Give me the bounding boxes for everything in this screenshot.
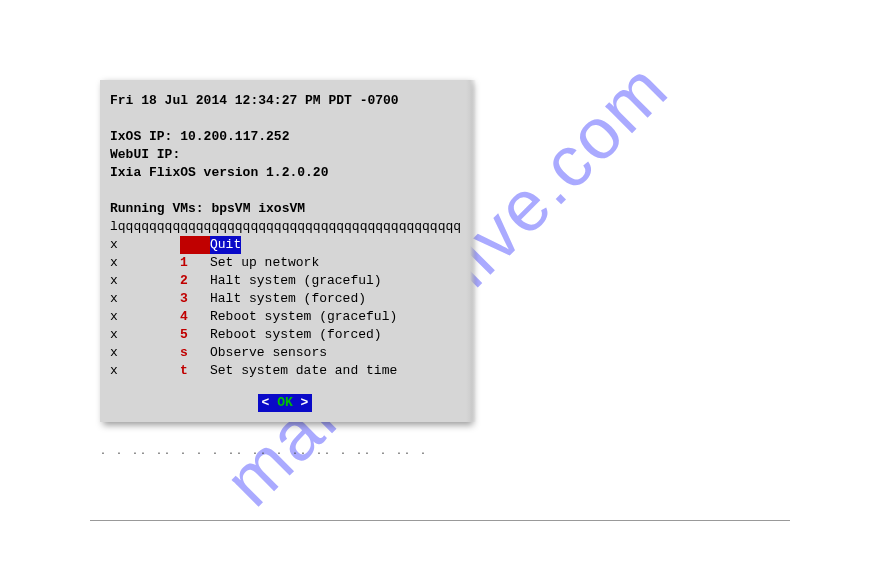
menu-item-setup-network[interactable]: x 1 Set up network <box>110 254 460 272</box>
menu-side-char: x <box>110 236 180 254</box>
version-line: Ixia FlixOS version 1.2.0.20 <box>110 164 460 182</box>
menu-side-char: x <box>110 272 180 290</box>
menu-item-reboot-forced[interactable]: x 5 Reboot system (forced) <box>110 326 460 344</box>
menu-item-reboot-graceful[interactable]: x 4 Reboot system (graceful) <box>110 308 460 326</box>
menu-key: s <box>180 344 210 362</box>
menu-border-top: lqqqqqqqqqqqqqqqqqqqqqqqqqqqqqqqqqqqqqqq… <box>110 218 460 236</box>
ok-button[interactable]: < OK > <box>258 394 313 412</box>
menu-label: Halt system (graceful) <box>210 272 382 290</box>
torn-edge-decoration <box>466 80 476 422</box>
horizontal-rule <box>90 520 790 521</box>
webui-ip-line: WebUI IP: <box>110 146 460 164</box>
menu-item-quit[interactable]: x 0 Quit <box>110 236 460 254</box>
menu-key: 4 <box>180 308 210 326</box>
menu-item-halt-graceful[interactable]: x 2 Halt system (graceful) <box>110 272 460 290</box>
menu-label: Quit <box>210 236 241 254</box>
menu-key: 5 <box>180 326 210 344</box>
menu-label: Set system date and time <box>210 362 397 380</box>
ok-button-bar: < OK > <box>110 394 460 412</box>
menu-side-char: x <box>110 326 180 344</box>
menu-label: Set up network <box>210 254 319 272</box>
ixos-ip-line: IxOS IP: 10.200.117.252 <box>110 128 460 146</box>
menu-side-char: x <box>110 344 180 362</box>
menu-key: 0 <box>180 236 210 254</box>
menu-label: Reboot system (forced) <box>210 326 382 344</box>
menu-side-char: x <box>110 308 180 326</box>
menu-key: 1 <box>180 254 210 272</box>
menu-item-observe-sensors[interactable]: x s Observe sensors <box>110 344 460 362</box>
menu-label: Reboot system (graceful) <box>210 308 397 326</box>
blank-line <box>110 110 460 128</box>
terminal-window: Fri 18 Jul 2014 12:34:27 PM PDT -0700 Ix… <box>100 80 470 422</box>
menu-key: 3 <box>180 290 210 308</box>
menu-key: 2 <box>180 272 210 290</box>
menu-side-char: x <box>110 290 180 308</box>
menu-item-halt-forced[interactable]: x 3 Halt system (forced) <box>110 290 460 308</box>
menu-key: t <box>180 362 210 380</box>
bottom-dots-decoration: · · ·· ·· · · · ·· ·· · ·· ·· · ·· · ·· … <box>100 448 470 459</box>
menu-label: Observe sensors <box>210 344 327 362</box>
menu-side-char: x <box>110 362 180 380</box>
menu-label: Halt system (forced) <box>210 290 366 308</box>
blank-line <box>110 182 460 200</box>
menu-item-set-date-time[interactable]: x t Set system date and time <box>110 362 460 380</box>
timestamp-line: Fri 18 Jul 2014 12:34:27 PM PDT -0700 <box>110 92 460 110</box>
running-vms-line: Running VMs: bpsVM ixosVM <box>110 200 460 218</box>
menu-side-char: x <box>110 254 180 272</box>
